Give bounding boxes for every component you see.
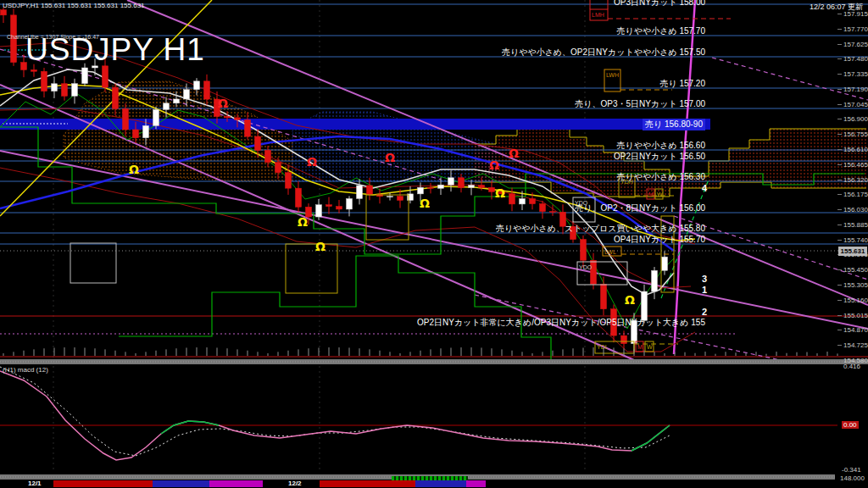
price-axis-tick bbox=[837, 119, 842, 119]
price-axis-tick bbox=[837, 240, 842, 241]
indicator-zero-badge: 0.00 bbox=[842, 421, 859, 429]
svg-text:1: 1 bbox=[702, 285, 707, 295]
svg-text:LMH: LMH bbox=[592, 12, 604, 18]
price-axis-tick bbox=[837, 194, 842, 195]
price-axis-label: 155.740 bbox=[843, 236, 868, 244]
svg-text:Ω: Ω bbox=[385, 151, 395, 164]
trading-chart-window: LMHLWHYDHMWYDOLWLYDOYDLMWΩΩΩΩΩΩΩΩΩΩΩ4312… bbox=[0, 0, 868, 488]
price-axis-label: 155.305 bbox=[843, 281, 868, 289]
level-annotation: 売りやや小さめ 157.70 bbox=[616, 25, 705, 37]
price-axis-label: 156.465 bbox=[843, 161, 868, 169]
svg-text:W: W bbox=[647, 344, 653, 350]
price-axis-label: 157.770 bbox=[843, 25, 868, 33]
price-axis-tick bbox=[837, 330, 842, 330]
price-axis-tick bbox=[837, 89, 842, 90]
price-axis-label: 157.190 bbox=[843, 86, 868, 93]
price-axis-tick bbox=[837, 149, 842, 150]
price-axis-tick bbox=[837, 58, 842, 59]
price-axis-tick bbox=[837, 209, 842, 210]
price-axis-label: 155.450 bbox=[843, 266, 868, 274]
level-annotation: 売り、OP3・5日NYカット 157.00 bbox=[575, 98, 705, 110]
price-axis-tick bbox=[837, 269, 842, 270]
price-axis-tick bbox=[837, 134, 842, 135]
price-axis-label: 154.725 bbox=[843, 341, 868, 349]
price-axis-tick bbox=[837, 74, 842, 75]
indicator-scale-min: -0.341 bbox=[842, 466, 861, 474]
svg-text:Ω: Ω bbox=[625, 293, 635, 307]
price-axis-label: 156.610 bbox=[843, 146, 868, 153]
volume-ticks bbox=[0, 347, 868, 364]
level-annotation: 売りやや小さめ 156.60 bbox=[616, 140, 705, 152]
svg-text:Ω: Ω bbox=[489, 158, 499, 172]
price-axis-tick bbox=[837, 104, 842, 105]
ichimoku-clouds bbox=[53, 0, 866, 473]
price-axis-label: 156.175 bbox=[843, 191, 868, 198]
chart-canvas[interactable]: LMHLWHYDHMWYDOLWLYDOYDLMWΩΩΩΩΩΩΩΩΩΩΩ4312 bbox=[0, 0, 868, 488]
svg-text:Ω: Ω bbox=[298, 215, 308, 229]
svg-text:LWH: LWH bbox=[606, 72, 619, 78]
svg-text:Ω: Ω bbox=[420, 197, 430, 210]
chart-title: USDJPY H1 bbox=[25, 32, 205, 68]
price-axis-label: 157.625 bbox=[843, 41, 868, 48]
price-axis-tick bbox=[837, 44, 842, 45]
price-axis-tick bbox=[837, 315, 842, 316]
price-axis-label: 155.160 bbox=[843, 297, 868, 304]
price-axis-tick bbox=[837, 164, 842, 165]
level-annotation: OP4日NYカット 155.70 bbox=[614, 234, 705, 246]
price-axis-tick bbox=[837, 29, 842, 30]
level-annotation: 売りやや小さめ 156.30 bbox=[616, 171, 705, 183]
svg-text:2: 2 bbox=[702, 307, 707, 317]
svg-text:4: 4 bbox=[702, 183, 708, 193]
price-axis-tick bbox=[837, 225, 842, 225]
svg-text:LWL: LWL bbox=[604, 249, 616, 255]
level-annotation: OP2日NYカット 156.50 bbox=[614, 151, 705, 163]
symbol-info-line: USDJPY,H1 155.631 155.631 155.631 155.63… bbox=[3, 2, 145, 9]
price-axis-label: 157.915 bbox=[843, 10, 868, 18]
svg-text:YDO: YDO bbox=[579, 264, 593, 270]
svg-text:Ω: Ω bbox=[218, 97, 228, 110]
level-annotation: 売り 157.20 bbox=[659, 78, 705, 90]
price-axis-tick bbox=[837, 360, 842, 361]
timeline-date-1[interactable]: 12/1 bbox=[28, 480, 42, 487]
bottom-center-green-marker bbox=[392, 476, 468, 480]
level-annotation: OP3日NYカット 158.00 bbox=[614, 0, 705, 8]
price-axis-label: 155.885 bbox=[843, 221, 868, 229]
price-axis-label: 156.755 bbox=[843, 130, 868, 138]
price-axis-tick bbox=[837, 345, 842, 346]
svg-text:Ω: Ω bbox=[129, 163, 139, 176]
level-annotation: 売りやや小さめ、OP2日NYカットやや小さめ 157.50 bbox=[502, 47, 705, 58]
svg-text:YDL: YDL bbox=[597, 344, 609, 350]
price-axis-label: 156.320 bbox=[843, 176, 868, 184]
svg-text:Ω: Ω bbox=[315, 240, 326, 253]
svg-text:Ω: Ω bbox=[509, 147, 519, 160]
level-annotation: 売りやや小さめ、ストップロス買いやや大きめ 155.80 bbox=[496, 223, 705, 235]
price-axis-label: 156.900 bbox=[843, 115, 868, 123]
price-axis-tick bbox=[837, 300, 842, 301]
current-price-badge: 155.631 bbox=[838, 247, 867, 256]
svg-text:3: 3 bbox=[702, 274, 707, 284]
price-axis-label: 155.015 bbox=[843, 312, 868, 319]
svg-text:M: M bbox=[648, 191, 654, 197]
level-annotation: 売り、OP2・8日NYカット 156.00 bbox=[575, 202, 705, 214]
timeline-date-2[interactable]: 12/2 bbox=[288, 480, 302, 487]
indicator-label: (H1) macd (12) bbox=[3, 366, 48, 374]
indicator-corner-value: 148.000 bbox=[840, 474, 865, 482]
indicator-scale-max: 0.416 bbox=[843, 363, 860, 370]
price-axis-label: 157.335 bbox=[843, 70, 868, 78]
price-axis-label: 157.480 bbox=[843, 55, 868, 63]
svg-text:M: M bbox=[637, 344, 643, 350]
price-axis-tick bbox=[837, 180, 842, 180]
level-annotation: 売り 156.80-90 bbox=[643, 119, 705, 130]
price-axis-tick bbox=[837, 285, 842, 286]
price-axis-tick bbox=[837, 14, 842, 14]
price-axis-label: 154.870 bbox=[843, 326, 868, 334]
svg-text:Ω: Ω bbox=[307, 155, 317, 169]
svg-text:Ω: Ω bbox=[495, 186, 505, 200]
level-annotation: OP2日NYカット非常に大きめ/OP3日NYカット/OP5日NYカット大きめ 1… bbox=[417, 317, 705, 329]
price-axis-label: 157.045 bbox=[843, 101, 868, 108]
macd-panel bbox=[0, 367, 837, 460]
svg-text:W: W bbox=[657, 191, 663, 197]
price-axis-label: 156.030 bbox=[843, 206, 868, 214]
